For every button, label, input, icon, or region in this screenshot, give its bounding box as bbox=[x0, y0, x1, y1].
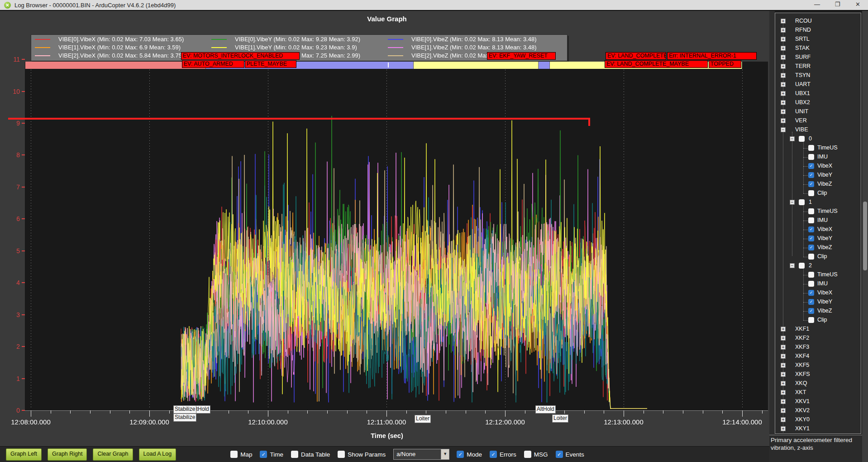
tree-node-label[interactable]: TERR bbox=[795, 63, 811, 69]
tree-field-label[interactable]: VibeY bbox=[817, 298, 832, 305]
toolbar-checkbox-show-params[interactable]: Show Params bbox=[338, 451, 386, 458]
tree-expand-icon[interactable]: − bbox=[781, 127, 786, 132]
tree-node-label[interactable]: VIBE bbox=[795, 126, 808, 133]
checkbox-unchecked-icon[interactable] bbox=[808, 145, 814, 151]
graph-right-button[interactable]: Graph Right bbox=[48, 448, 87, 461]
tree-expand-icon[interactable]: + bbox=[781, 363, 786, 368]
checkbox-checked-icon[interactable]: ✓ bbox=[808, 236, 814, 241]
toolbar-checkbox-events[interactable]: ✓Events bbox=[556, 451, 584, 458]
tree-field-label[interactable]: VibeX bbox=[817, 226, 832, 232]
checkbox-checked-icon[interactable]: ✓ bbox=[808, 308, 814, 314]
close-button[interactable]: ✕ bbox=[848, 0, 868, 10]
tree-field-label[interactable]: TimeUS bbox=[817, 208, 838, 214]
tree-field-label[interactable]: IMU bbox=[817, 217, 828, 223]
tree-expand-icon[interactable]: + bbox=[781, 372, 786, 377]
checkbox-checked-icon[interactable]: ✓ bbox=[808, 299, 814, 305]
tree-expand-icon[interactable]: − bbox=[790, 136, 795, 141]
tree-expand-icon[interactable]: + bbox=[781, 64, 786, 69]
tree-expand-icon[interactable]: − bbox=[790, 200, 795, 205]
tree-node-label[interactable]: VER bbox=[795, 117, 807, 124]
tree-field-label[interactable]: Clip bbox=[817, 190, 827, 196]
tree-field-label[interactable]: Clip bbox=[817, 317, 827, 323]
checkbox-unchecked-icon[interactable] bbox=[808, 317, 814, 323]
tree-field-label[interactable]: TimeUS bbox=[817, 144, 838, 151]
tree-field-label[interactable]: TimeUS bbox=[817, 271, 838, 278]
tree-field-label[interactable]: VibeY bbox=[817, 172, 832, 178]
tree-node-label[interactable]: XKF5 bbox=[795, 362, 809, 368]
vibration-traces-canvas[interactable] bbox=[0, 11, 769, 446]
tree-field-label[interactable]: VibeZ bbox=[817, 308, 832, 314]
checkbox-unchecked-icon[interactable] bbox=[808, 190, 814, 196]
tree-expand-icon[interactable]: + bbox=[781, 408, 786, 413]
toolbar-checkbox-map[interactable]: Map bbox=[230, 451, 252, 458]
tree-expand-icon[interactable]: + bbox=[781, 417, 786, 422]
tree-node-label[interactable]: XKT bbox=[795, 389, 806, 395]
scrollbar-thumb[interactable] bbox=[863, 202, 867, 270]
checkbox-checked-icon[interactable]: ✓ bbox=[260, 451, 267, 458]
checkbox-checked-icon[interactable]: ✓ bbox=[490, 451, 497, 458]
checkbox-unchecked-icon[interactable] bbox=[799, 136, 805, 142]
tree-expand-icon[interactable]: + bbox=[781, 82, 786, 87]
checkbox-checked-icon[interactable]: ✓ bbox=[808, 226, 814, 232]
tree-node-label[interactable]: 0 bbox=[809, 135, 812, 142]
checkbox-checked-icon[interactable]: ✓ bbox=[457, 451, 464, 458]
chevron-down-icon[interactable]: ▼ bbox=[441, 449, 449, 459]
checkbox-unchecked-icon[interactable] bbox=[808, 208, 814, 214]
tree-node-label[interactable]: XKF2 bbox=[795, 335, 809, 341]
checkbox-unchecked-icon[interactable] bbox=[338, 451, 345, 458]
tree-node-label[interactable]: UART bbox=[795, 81, 811, 87]
tree-field-label[interactable]: VibeY bbox=[817, 235, 832, 241]
tree-expand-icon[interactable]: + bbox=[781, 73, 786, 78]
tree-expand-icon[interactable]: + bbox=[781, 390, 786, 395]
tree-field-label[interactable]: IMU bbox=[817, 154, 828, 160]
checkbox-checked-icon[interactable]: ✓ bbox=[808, 181, 814, 187]
checkbox-checked-icon[interactable]: ✓ bbox=[808, 172, 814, 178]
tree-expand-icon[interactable]: + bbox=[781, 91, 786, 96]
checkbox-checked-icon[interactable]: ✓ bbox=[556, 451, 563, 458]
checkbox-unchecked-icon[interactable] bbox=[808, 281, 814, 287]
checkbox-unchecked-icon[interactable] bbox=[808, 217, 814, 223]
tree-node-label[interactable]: XKY0 bbox=[795, 416, 810, 423]
minimize-button[interactable]: — bbox=[807, 0, 827, 10]
tree-node-label[interactable]: XKQ bbox=[795, 380, 807, 386]
tree-expand-icon[interactable]: − bbox=[790, 263, 795, 268]
axis-source-dropdown[interactable]: a/None▼ bbox=[393, 449, 449, 460]
checkbox-unchecked-icon[interactable] bbox=[799, 199, 805, 205]
checkbox-unchecked-icon[interactable] bbox=[808, 154, 814, 160]
graph-left-button[interactable]: Graph Left bbox=[6, 448, 42, 461]
tree-node-label[interactable]: STAK bbox=[795, 45, 810, 51]
checkbox-checked-icon[interactable]: ✓ bbox=[808, 245, 814, 250]
tree-node-label[interactable]: 2 bbox=[809, 262, 812, 269]
toolbar-checkbox-mode[interactable]: ✓Mode bbox=[457, 451, 482, 458]
tree-node-label[interactable]: XKV2 bbox=[795, 407, 810, 414]
checkbox-checked-icon[interactable]: ✓ bbox=[808, 290, 814, 296]
tree-node-label[interactable]: XKV1 bbox=[795, 398, 810, 404]
tree-expand-icon[interactable]: + bbox=[781, 118, 786, 123]
checkbox-unchecked-icon[interactable] bbox=[524, 451, 531, 458]
checkbox-unchecked-icon[interactable] bbox=[230, 451, 238, 458]
tree-expand-icon[interactable]: + bbox=[781, 399, 786, 404]
tree-field-label[interactable]: VibeZ bbox=[817, 244, 832, 250]
checkbox-unchecked-icon[interactable] bbox=[808, 254, 814, 260]
tree-field-label[interactable]: VibeZ bbox=[817, 181, 832, 187]
clear-graph-button[interactable]: Clear Graph bbox=[93, 448, 133, 461]
tree-expand-icon[interactable]: + bbox=[781, 55, 786, 60]
tree-field-label[interactable]: Clip bbox=[817, 253, 827, 260]
tree-expand-icon[interactable]: + bbox=[781, 100, 786, 105]
tree-node-label[interactable]: TSYN bbox=[795, 72, 810, 78]
tree-expand-icon[interactable]: + bbox=[781, 345, 786, 350]
tree-node-label[interactable]: XKY1 bbox=[795, 425, 810, 432]
tree-expand-icon[interactable]: + bbox=[781, 37, 786, 42]
tree-field-label[interactable]: VibeX bbox=[817, 163, 832, 169]
toolbar-checkbox-time[interactable]: ✓Time bbox=[260, 451, 283, 458]
tree-node-label[interactable]: XKF4 bbox=[795, 353, 809, 359]
tree-node-label[interactable]: UNIT bbox=[795, 108, 808, 115]
tree-expand-icon[interactable]: + bbox=[781, 354, 786, 359]
tree-expand-icon[interactable]: + bbox=[781, 327, 786, 332]
tree-node-label[interactable]: RCOU bbox=[795, 18, 812, 24]
tree-node-label[interactable]: XKF1 bbox=[795, 326, 809, 332]
tree-node-label[interactable]: SURF bbox=[795, 54, 811, 60]
tree-expand-icon[interactable]: + bbox=[781, 336, 786, 341]
tree-node-label[interactable]: UBX1 bbox=[795, 90, 810, 96]
checkbox-unchecked-icon[interactable] bbox=[799, 263, 805, 269]
